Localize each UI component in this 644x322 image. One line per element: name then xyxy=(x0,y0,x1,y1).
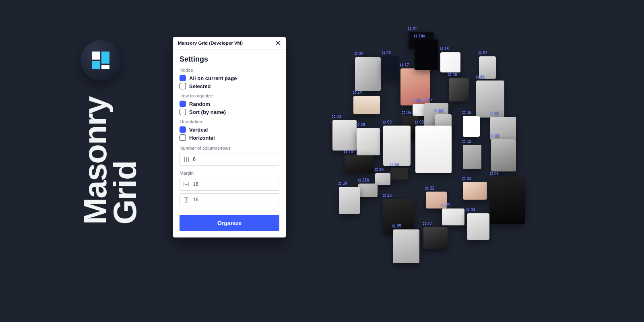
frame-icon xyxy=(374,168,378,171)
image-tile[interactable]: 15 xyxy=(463,116,480,137)
svg-rect-115 xyxy=(491,174,493,175)
image-tile[interactable]: 19 xyxy=(375,173,390,185)
image-tile[interactable]: 21b xyxy=(358,184,378,197)
svg-rect-103 xyxy=(376,170,378,171)
image-tile[interactable]: 09 xyxy=(383,126,411,166)
svg-rect-108 xyxy=(462,177,464,178)
tile-image xyxy=(463,182,487,200)
brand-title: Masonry Grid xyxy=(80,97,140,225)
svg-rect-1 xyxy=(101,52,109,64)
option-label: Sort (by name) xyxy=(189,109,226,115)
margin-x-input[interactable] xyxy=(193,182,276,187)
image-tile[interactable]: 10 xyxy=(390,168,408,180)
svg-rect-143 xyxy=(425,224,426,225)
checkbox-icon xyxy=(180,75,186,81)
close-icon[interactable] xyxy=(275,40,281,46)
image-tile[interactable]: 03 xyxy=(415,126,452,173)
svg-rect-83 xyxy=(417,122,418,124)
svg-rect-27 xyxy=(442,49,443,50)
image-tile[interactable]: 29 xyxy=(442,208,464,225)
organize-button[interactable]: Organize xyxy=(180,215,279,231)
svg-rect-36 xyxy=(476,76,477,77)
svg-rect-48 xyxy=(424,98,425,99)
image-tile[interactable]: 16 xyxy=(449,78,469,101)
tile-image xyxy=(490,177,525,224)
svg-rect-113 xyxy=(491,172,493,173)
checkbox-icon xyxy=(180,83,186,89)
image-tile[interactable]: 18 xyxy=(440,52,460,72)
svg-rect-58 xyxy=(402,113,403,114)
image-tile[interactable]: 33 xyxy=(332,120,357,151)
svg-rect-73 xyxy=(358,123,359,124)
tile-image xyxy=(440,52,460,72)
svg-rect-60 xyxy=(434,109,436,111)
svg-rect-134 xyxy=(466,210,468,211)
image-tile[interactable]: 26 xyxy=(491,139,516,171)
svg-rect-62 xyxy=(434,111,436,112)
image-tile[interactable]: 24 xyxy=(353,96,380,114)
option-label: Random xyxy=(189,101,210,107)
svg-rect-105 xyxy=(359,179,361,180)
columns-input-row[interactable] xyxy=(180,153,279,166)
svg-rect-38 xyxy=(476,77,477,78)
image-tile[interactable]: 25 xyxy=(393,229,419,263)
frame-icon xyxy=(423,98,427,101)
image-tile[interactable]: 32 xyxy=(355,57,381,91)
svg-rect-66 xyxy=(462,113,464,114)
svg-rect-120 xyxy=(425,187,427,188)
option-vertical[interactable]: Vertical xyxy=(180,126,279,133)
svg-rect-135 xyxy=(468,210,469,211)
svg-rect-51 xyxy=(425,100,427,101)
image-tile[interactable]: 01 xyxy=(490,177,525,224)
tile-image xyxy=(442,208,464,225)
image-tile[interactable]: 12 xyxy=(463,145,481,169)
tile-label: 16 xyxy=(448,72,457,77)
image-tile[interactable]: 28 xyxy=(383,199,414,234)
tile-image xyxy=(463,145,481,169)
svg-rect-67 xyxy=(464,113,465,114)
image-tile[interactable]: 06 xyxy=(382,56,398,78)
image-tile[interactable]: 27 xyxy=(423,227,448,249)
svg-rect-53 xyxy=(334,115,335,116)
tile-label: 10 xyxy=(390,163,399,167)
panel-titlebar[interactable]: Mansory Grid (Developer VM) xyxy=(173,37,286,50)
margin-y-input[interactable] xyxy=(193,197,276,202)
settings-panel: Mansory Grid (Developer VM) Settings Nod… xyxy=(173,37,286,237)
svg-rect-97 xyxy=(392,163,393,165)
svg-rect-15 xyxy=(384,53,385,54)
frame-icon xyxy=(332,115,335,118)
margin-x-input-row[interactable] xyxy=(180,178,279,191)
tile-label: 04 xyxy=(434,109,443,113)
svg-rect-32 xyxy=(448,73,450,74)
image-tile[interactable]: 20 xyxy=(357,128,380,155)
image-tile[interactable]: 23 xyxy=(463,182,487,200)
option-selected[interactable]: Selected xyxy=(180,83,279,89)
columns-input[interactable] xyxy=(193,157,276,162)
svg-rect-132 xyxy=(466,208,468,210)
image-tile[interactable]: 34 xyxy=(467,213,489,240)
image-tile[interactable]: 14 xyxy=(339,187,360,214)
frame-icon xyxy=(478,51,482,55)
image-tile[interactable]: 14a xyxy=(415,39,438,70)
svg-rect-127 xyxy=(384,196,386,197)
tile-image xyxy=(491,139,516,171)
frame-icon xyxy=(338,182,342,185)
tile-label: 25 xyxy=(392,224,401,228)
option-label: Horizontal xyxy=(189,135,215,141)
frame-icon xyxy=(440,47,443,51)
option-sort-by-name[interactable]: Sort (by name) xyxy=(180,109,279,115)
image-tile[interactable]: 13 xyxy=(345,155,374,173)
tile-image xyxy=(449,78,469,101)
option-horizontal[interactable]: Horizontal xyxy=(180,134,279,141)
option-random[interactable]: Random xyxy=(180,101,279,107)
svg-rect-109 xyxy=(464,177,465,178)
option-all-on-page[interactable]: All on current page xyxy=(180,75,279,81)
tile-image xyxy=(415,126,452,173)
margin-y-input-row[interactable] xyxy=(180,193,279,206)
frame-icon xyxy=(402,111,405,114)
tile-label: 06 xyxy=(382,51,391,55)
tile-label: 28 xyxy=(382,193,392,198)
frame-icon xyxy=(423,222,426,225)
svg-rect-98 xyxy=(390,165,391,166)
svg-rect-111 xyxy=(464,179,465,180)
